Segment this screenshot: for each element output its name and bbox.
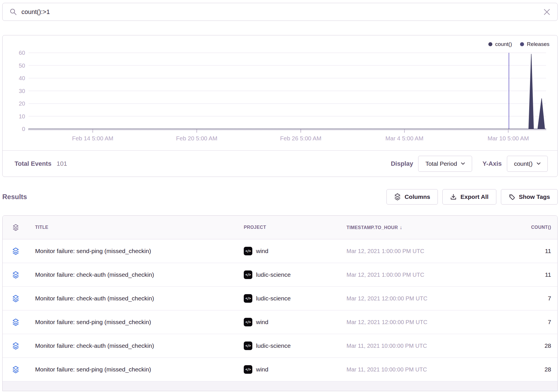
row-event-icon-cell	[3, 295, 29, 302]
yaxis-dropdown-value: count()	[514, 160, 533, 167]
svg-text:Feb 26 5:00 AM: Feb 26 5:00 AM	[280, 135, 321, 142]
row-event-icon-cell	[3, 271, 29, 279]
layers-icon	[12, 295, 19, 302]
sort-descending-icon: ↓	[400, 225, 402, 230]
svg-text:Feb 14 5:00 AM: Feb 14 5:00 AM	[72, 135, 113, 142]
table-body: Monitor failure: send-ping (missed_check…	[3, 239, 557, 381]
project-name: ludic-science	[256, 342, 291, 349]
total-events-value: 101	[57, 160, 67, 167]
svg-text:50: 50	[19, 62, 25, 69]
table-row[interactable]: Monitor failure: send-ping (missed_check…	[3, 239, 557, 263]
layers-icon	[12, 318, 19, 326]
layers-icon	[13, 224, 19, 231]
layers-icon	[12, 342, 19, 350]
show-tags-button-label: Show Tags	[519, 193, 550, 200]
row-event-icon-cell	[3, 247, 29, 255]
row-title-link[interactable]: Monitor failure: check-auth (missed_chec…	[29, 295, 242, 302]
yaxis-dropdown[interactable]: count()	[507, 156, 548, 172]
legend-label: count()	[495, 41, 512, 47]
chart-svg: 0102030405060Feb 14 5:00 AMFeb 20 5:00 A…	[3, 35, 557, 150]
svg-text:20: 20	[19, 100, 25, 107]
close-icon	[543, 8, 551, 16]
row-count-value: 28	[487, 366, 557, 373]
row-title-link[interactable]: Monitor failure: send-ping (missed_check…	[29, 248, 242, 254]
row-title-link[interactable]: Monitor failure: send-ping (missed_check…	[29, 319, 242, 326]
row-event-icon-cell	[3, 342, 29, 350]
project-name: ludic-science	[256, 271, 291, 278]
search-clear-button[interactable]	[543, 8, 551, 16]
search-input[interactable]: count():>1	[21, 8, 543, 16]
search-bar[interactable]: count():>1	[2, 3, 558, 21]
search-icon	[9, 8, 17, 16]
header-icon-cell	[3, 224, 29, 231]
project-platform-icon: </>	[244, 365, 252, 374]
layers-icon	[12, 247, 19, 255]
row-count-value: 7	[487, 319, 557, 326]
table-footer-strip	[3, 381, 557, 391]
svg-text:30: 30	[19, 88, 25, 94]
legend-item-releases[interactable]: Releases	[520, 41, 549, 47]
row-count-value: 28	[487, 342, 557, 349]
tag-icon	[509, 194, 515, 200]
results-table: TITLE PROJECT TIMESTAMP.TO_HOUR↓ COUNT()…	[2, 215, 558, 391]
row-project-cell: </>wind	[242, 365, 344, 374]
show-tags-button[interactable]: Show Tags	[501, 189, 558, 205]
row-project-cell: </>wind	[242, 318, 344, 326]
table-row[interactable]: Monitor failure: send-ping (missed_check…	[3, 310, 557, 334]
chart-legend: count()Releases	[488, 41, 549, 47]
svg-text:Feb 20 5:00 AM: Feb 20 5:00 AM	[176, 135, 217, 142]
column-header-timestamp[interactable]: TIMESTAMP.TO_HOUR↓	[344, 225, 487, 231]
project-platform-icon: </>	[244, 318, 252, 326]
project-platform-icon: </>	[244, 342, 252, 350]
row-timestamp: Mar 12, 2021 12:00:00 PM UTC	[344, 295, 487, 302]
display-dropdown[interactable]: Total Period	[418, 156, 472, 172]
yaxis-label: Y-Axis	[482, 160, 501, 167]
table-row[interactable]: Monitor failure: send-ping (missed_check…	[3, 358, 557, 381]
download-icon	[450, 194, 457, 200]
column-header-count[interactable]: COUNT()	[487, 225, 557, 230]
results-heading: Results	[2, 193, 27, 201]
row-timestamp: Mar 12, 2021 12:00:00 PM UTC	[344, 319, 487, 326]
table-row[interactable]: Monitor failure: check-auth (missed_chec…	[3, 287, 557, 310]
columns-button[interactable]: Columns	[386, 189, 438, 205]
svg-text:0: 0	[22, 126, 25, 132]
columns-button-label: Columns	[404, 193, 430, 200]
svg-text:Mar 10 5:00 AM: Mar 10 5:00 AM	[488, 135, 529, 142]
project-name: ludic-science	[256, 295, 291, 302]
table-row[interactable]: Monitor failure: check-auth (missed_chec…	[3, 263, 557, 287]
total-events-label: Total Events	[15, 160, 51, 167]
row-timestamp: Mar 11, 2021 10:00:00 PM UTC	[344, 343, 487, 349]
row-project-cell: </>wind	[242, 247, 344, 255]
project-name: wind	[256, 319, 268, 326]
row-count-value: 11	[487, 271, 557, 278]
chevron-down-icon	[461, 162, 465, 165]
row-timestamp: Mar 12, 2021 1:00:00 PM UTC	[344, 272, 487, 278]
legend-dot-icon	[520, 42, 524, 46]
chevron-down-icon	[537, 162, 541, 165]
column-header-project[interactable]: PROJECT	[242, 225, 344, 230]
layers-icon	[12, 271, 19, 279]
svg-text:10: 10	[19, 113, 25, 120]
row-title-link[interactable]: Monitor failure: send-ping (missed_check…	[29, 366, 242, 373]
row-project-cell: </>ludic-science	[242, 342, 344, 350]
layers-icon	[394, 193, 401, 201]
svg-text:40: 40	[19, 75, 25, 81]
export-all-button[interactable]: Export All	[442, 189, 496, 205]
results-actions: Columns Export All Show Tags	[386, 189, 558, 205]
row-title-link[interactable]: Monitor failure: check-auth (missed_chec…	[29, 271, 242, 278]
project-name: wind	[256, 366, 268, 373]
legend-item-count[interactable]: count()	[488, 41, 512, 47]
row-title-link[interactable]: Monitor failure: check-auth (missed_chec…	[29, 342, 242, 349]
svg-text:Mar 4 5:00 AM: Mar 4 5:00 AM	[385, 135, 423, 142]
results-header-bar: Results Columns Export All Show Tags	[2, 189, 558, 205]
legend-dot-icon	[488, 42, 492, 46]
display-label: Display	[391, 160, 413, 167]
row-count-value: 11	[487, 248, 557, 254]
column-header-timestamp-label: TIMESTAMP.TO_HOUR	[347, 225, 398, 230]
row-event-icon-cell	[3, 366, 29, 373]
table-header-row: TITLE PROJECT TIMESTAMP.TO_HOUR↓ COUNT()	[3, 216, 557, 239]
layers-icon	[12, 366, 19, 373]
table-row[interactable]: Monitor failure: check-auth (missed_chec…	[3, 334, 557, 358]
project-name: wind	[256, 248, 268, 254]
column-header-title[interactable]: TITLE	[29, 225, 242, 230]
